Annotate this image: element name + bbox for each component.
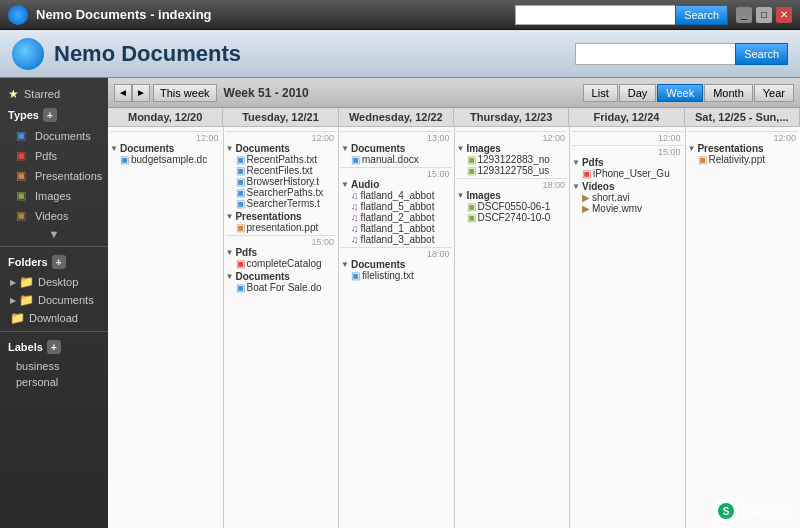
- view-year-button[interactable]: Year: [754, 84, 794, 102]
- sidebar-videos-label: Videos: [35, 210, 68, 222]
- cal-file[interactable]: ▣ SearcherTerms.t: [226, 198, 337, 209]
- file-name: flatland_3_abbot: [361, 234, 435, 245]
- sidebar-label-personal[interactable]: personal: [0, 374, 108, 390]
- group-header: ▼ Pdfs: [226, 247, 337, 258]
- cal-file[interactable]: ▣ 1293122883_no: [457, 154, 568, 165]
- arrow-icon: ▼: [341, 260, 349, 269]
- sidebar-folder-documents[interactable]: ▶ 📁 Documents: [0, 291, 108, 309]
- cal-file[interactable]: ▣ filelisting.txt: [341, 270, 452, 281]
- arrow-icon: ▼: [226, 272, 234, 281]
- watermark: S SnapFiles: [715, 500, 792, 522]
- cal-file[interactable]: ▣ RecentFiles.txt: [226, 165, 337, 176]
- thisweek-button[interactable]: This week: [153, 84, 217, 102]
- labels-add-button[interactable]: +: [47, 340, 61, 354]
- cal-file[interactable]: ▣ presentation.ppt: [226, 222, 337, 233]
- cal-group: ▼ Documents ▣ filelisting.txt: [341, 259, 452, 281]
- titlebar-search-button[interactable]: Search: [675, 5, 728, 25]
- types-label: Types: [8, 109, 39, 121]
- cal-file[interactable]: ♫ flatland_2_abbot: [341, 212, 452, 223]
- time-label: 12:00: [688, 131, 799, 143]
- sidebar-label-business[interactable]: business: [0, 358, 108, 374]
- time-label: 15:00: [226, 235, 337, 247]
- file-name: 1293122758_us: [478, 165, 550, 176]
- sidebar-item-images[interactable]: ▣ Images: [0, 186, 108, 206]
- cal-col-wed: 13:00 ▼ Documents ▣ manual.docx 15:00: [339, 127, 455, 528]
- sidebar-folder-download[interactable]: 📁 Download: [0, 309, 108, 327]
- arrow-icon: ▼: [226, 248, 234, 257]
- cal-group: ▼ Images ▣ 1293122883_no ▣ 1293122758_us: [457, 143, 568, 176]
- cal-file[interactable]: ▣ BrowserHistory.t: [226, 176, 337, 187]
- titlebar-search-area: Search: [515, 5, 728, 25]
- file-name: 1293122883_no: [478, 154, 550, 165]
- close-button[interactable]: ✕: [776, 7, 792, 23]
- arrow-icon: ▼: [341, 180, 349, 189]
- maximize-button[interactable]: □: [756, 7, 772, 23]
- cal-file[interactable]: ♫ flatland_5_abbot: [341, 201, 452, 212]
- sidebar-item-starred[interactable]: ★ Starred: [0, 84, 108, 104]
- sidebar-item-presentations[interactable]: ▣ Presentations: [0, 166, 108, 186]
- cal-file[interactable]: ▣ completeCatalog: [226, 258, 337, 269]
- calendar: Monday, 12/20 Tuesday, 12/21 Wednesday, …: [108, 108, 800, 528]
- sidebar-item-documents[interactable]: ▣ Documents: [0, 126, 108, 146]
- next-button[interactable]: ►: [132, 84, 150, 102]
- header-search-button[interactable]: Search: [735, 43, 788, 65]
- titlebar-search-input[interactable]: [515, 5, 675, 25]
- header-wed: Wednesday, 12/22: [339, 108, 454, 126]
- cal-file[interactable]: ▶ short.avi: [572, 192, 683, 203]
- group-name: Documents: [351, 259, 405, 270]
- types-add-button[interactable]: +: [43, 108, 57, 122]
- cal-file[interactable]: ♫ flatland_1_abbot: [341, 223, 452, 234]
- header-search-input[interactable]: [575, 43, 735, 65]
- cal-file[interactable]: ♫ flatland_3_abbot: [341, 234, 452, 245]
- file-icon: ▣: [351, 270, 360, 281]
- arrow-icon: ▼: [688, 144, 696, 153]
- file-icon: ▣: [120, 154, 129, 165]
- header-sat-sun: Sat, 12/25 - Sun,...: [685, 108, 800, 126]
- cal-file[interactable]: ▣ DSCF2740-10-0: [457, 212, 568, 223]
- svg-text:S: S: [723, 506, 730, 517]
- sidebar-item-videos[interactable]: ▣ Videos: [0, 206, 108, 226]
- group-header: ▼ Presentations: [688, 143, 799, 154]
- group-header: ▼ Videos: [572, 181, 683, 192]
- minimize-button[interactable]: _: [736, 7, 752, 23]
- view-list-button[interactable]: List: [583, 84, 618, 102]
- cal-file[interactable]: ▣ budgetsample.dc: [110, 154, 221, 165]
- cal-file[interactable]: ♫ flatland_4_abbot: [341, 190, 452, 201]
- view-month-button[interactable]: Month: [704, 84, 753, 102]
- cal-group: ▼ Presentations ▣ Relativity.ppt: [688, 143, 799, 165]
- group-name: Pdfs: [582, 157, 604, 168]
- cal-group: ▼ Audio ♫ flatland_4_abbot ♫ flatland_5_…: [341, 179, 452, 245]
- cal-file[interactable]: ▶ Movie.wmv: [572, 203, 683, 214]
- file-name: RecentPaths.txt: [247, 154, 318, 165]
- group-header: ▼ Documents: [110, 143, 221, 154]
- view-week-button[interactable]: Week: [657, 84, 703, 102]
- time-label: 13:00: [341, 131, 452, 143]
- cal-file[interactable]: ▣ SearcherPaths.tx: [226, 187, 337, 198]
- view-day-button[interactable]: Day: [619, 84, 657, 102]
- sidebar-collapse-chevron[interactable]: ▼: [0, 226, 108, 242]
- cal-file[interactable]: ▣ DSCF0550-06-1: [457, 201, 568, 212]
- file-icon: ▣: [467, 154, 476, 165]
- arrow-icon: ▼: [341, 144, 349, 153]
- time-label: 15:00: [572, 145, 683, 157]
- folders-add-button[interactable]: +: [52, 255, 66, 269]
- file-icon: ▣: [467, 201, 476, 212]
- sidebar-images-label: Images: [35, 190, 71, 202]
- sidebar-folder-desktop[interactable]: ▶ 📁 Desktop: [0, 273, 108, 291]
- cal-file[interactable]: ▣ 1293122758_us: [457, 165, 568, 176]
- calendar-header: Monday, 12/20 Tuesday, 12/21 Wednesday, …: [108, 108, 800, 127]
- file-name: DSCF2740-10-0: [478, 212, 551, 223]
- cal-col-thu: 12:00 ▼ Images ▣ 1293122883_no ▣: [455, 127, 571, 528]
- time-label: 18:00: [457, 178, 568, 190]
- folder-desktop-label: Desktop: [38, 276, 78, 288]
- cal-file[interactable]: ▣ RecentPaths.txt: [226, 154, 337, 165]
- sidebar-item-pdfs[interactable]: ▣ Pdfs: [0, 146, 108, 166]
- group-name: Documents: [120, 143, 174, 154]
- cal-file[interactable]: ▣ Relativity.ppt: [688, 154, 799, 165]
- group-name: Images: [466, 190, 500, 201]
- cal-file[interactable]: ▣ iPhone_User_Gu: [572, 168, 683, 179]
- cal-file[interactable]: ▣ Boat For Sale.do: [226, 282, 337, 293]
- prev-button[interactable]: ◄: [114, 84, 132, 102]
- cal-file[interactable]: ▣ manual.docx: [341, 154, 452, 165]
- window-controls: _ □ ✕: [736, 7, 792, 23]
